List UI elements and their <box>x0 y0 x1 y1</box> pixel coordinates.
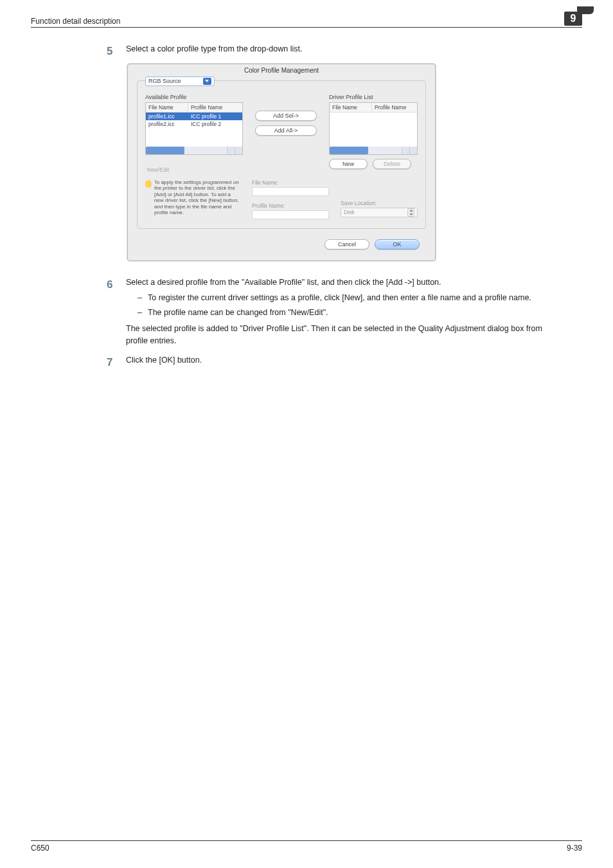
file-name-label: File Name: <box>252 179 329 186</box>
col-file: File Name <box>330 103 372 112</box>
available-profile-label: Available Profile <box>145 94 243 100</box>
sub-item: To register the current driver settings … <box>138 292 556 304</box>
scrollbar[interactable] <box>146 147 242 154</box>
page-footer: C650 9-39 <box>31 840 582 853</box>
sub-item: The profile name can be changed from "Ne… <box>138 307 556 319</box>
list-header: File Name Profile Name <box>146 103 242 113</box>
footer-right: 9-39 <box>567 844 582 853</box>
lightbulb-icon <box>145 180 152 188</box>
color-profile-dialog: Color Profile Management RGB Source Avai… <box>127 64 436 261</box>
scroll-left-icon[interactable] <box>402 147 409 154</box>
save-location-label: Save Location: <box>341 200 418 206</box>
step-text: Click the [OK] button. <box>126 354 556 371</box>
cell-profile: ICC profile 1 <box>191 113 221 120</box>
list-row-selected[interactable]: profile1.icc ICC profile 1 <box>146 113 242 120</box>
cancel-button[interactable]: Cancel <box>324 239 369 249</box>
page-header: Function detail description 9 <box>31 12 582 28</box>
cell-file: profile2.icc <box>148 121 191 127</box>
step-5: 5 Select a color profile type from the d… <box>107 43 556 60</box>
step-paragraph: The selected profile is added to "Driver… <box>126 323 556 347</box>
dialog-screenshot: Color Profile Management RGB Source Avai… <box>127 64 582 261</box>
driver-profile-label: Driver Profile List <box>329 94 418 100</box>
col-profile: Profile Name <box>188 103 242 112</box>
cell-profile: ICC profile 2 <box>191 121 221 127</box>
profile-name-input[interactable] <box>252 210 329 219</box>
new-edit-label: New/Edit <box>145 167 171 173</box>
col-profile: Profile Name <box>372 103 417 112</box>
step-text: Select a desired profile from the "Avail… <box>126 276 556 289</box>
step-text: Select a color profile type from the dro… <box>126 43 556 60</box>
cell-file: profile1.icc <box>148 113 191 120</box>
save-location-select[interactable]: Disk <box>341 208 418 217</box>
footer-left: C650 <box>31 844 49 853</box>
help-text: To apply the settings programmed on the … <box>154 179 240 219</box>
step-number: 6 <box>107 276 126 347</box>
delete-button[interactable]: Delete <box>373 159 411 169</box>
col-file: File Name <box>146 103 188 112</box>
add-all-button[interactable]: Add All-> <box>255 125 317 136</box>
dropdown-arrow-icon <box>203 78 211 85</box>
save-location-value: Disk <box>344 209 355 215</box>
step-7: 7 Click the [OK] button. <box>107 354 556 371</box>
header-title: Function detail description <box>31 17 558 26</box>
step-6: 6 Select a desired profile from the "Ava… <box>107 276 556 347</box>
step-number: 5 <box>107 43 126 60</box>
scroll-right-icon[interactable] <box>409 147 417 154</box>
list-header: File Name Profile Name <box>330 103 417 113</box>
available-profile-list[interactable]: File Name Profile Name profile1.icc ICC … <box>145 102 243 155</box>
driver-profile-list[interactable]: File Name Profile Name <box>329 102 418 155</box>
add-sel-button[interactable]: Add Sel-> <box>255 111 317 121</box>
source-value: RGB Source <box>148 78 181 84</box>
ok-button[interactable]: OK <box>375 239 420 249</box>
scroll-right-icon[interactable] <box>235 147 242 154</box>
scroll-thumb[interactable] <box>330 147 368 154</box>
source-dropdown[interactable]: RGB Source <box>145 77 215 86</box>
scroll-thumb[interactable] <box>146 147 184 154</box>
scrollbar[interactable] <box>330 147 417 154</box>
help-tip: To apply the settings programmed on the … <box>145 179 240 219</box>
header-accent <box>577 6 594 14</box>
file-name-input[interactable] <box>252 187 329 196</box>
list-row[interactable]: profile2.icc ICC profile 2 <box>146 120 242 128</box>
scroll-left-icon[interactable] <box>227 147 235 154</box>
new-button[interactable]: New <box>329 159 368 169</box>
profile-name-label: Profile Name: <box>252 203 329 209</box>
stepper-icon <box>407 208 414 217</box>
step-number: 7 <box>107 354 126 371</box>
